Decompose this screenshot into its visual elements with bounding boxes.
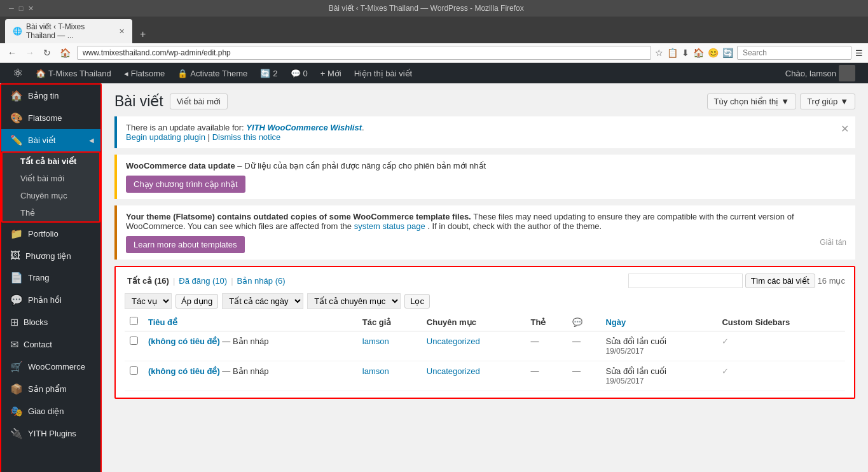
sidebar-item-appearance[interactable]: 🎭 Giao diện [1, 400, 100, 422]
template-notice-text: Your theme (Flatsome) contains outdated … [126, 212, 846, 231]
sidebar-products-label: Sản phẩm [28, 384, 67, 394]
minimize-icon[interactable]: ─ [9, 4, 14, 13]
submenu-new-post[interactable]: Viết bài mới [3, 170, 99, 187]
sidebar-item-comments[interactable]: 💬 Phản hồi [1, 289, 100, 311]
dismiss-template-link[interactable]: Giải tán [820, 238, 846, 247]
home-icon2[interactable]: 🏠 [693, 48, 704, 58]
maximize-icon[interactable]: □ [19, 4, 24, 13]
sidebar-item-posts[interactable]: ✏️ Bài viết ◀ [1, 129, 100, 151]
row1-author-link[interactable]: lamson [362, 337, 389, 346]
new-post-button[interactable]: Viết bài mới [170, 94, 228, 109]
filter-all-tab[interactable]: Tất cả (16) [125, 276, 172, 286]
row2-sidebars: ✓ [717, 361, 845, 391]
title-sort-link[interactable]: Tiêu đề [148, 317, 177, 327]
row2-title: (không có tiêu đề) — Bản nháp [143, 361, 357, 391]
pages-icon: 📄 [10, 272, 23, 284]
activate-theme-item[interactable]: 🔒 Activate Theme [171, 63, 254, 83]
row2-author-link[interactable]: lamson [362, 366, 389, 376]
submenu-categories[interactable]: Chuyên mục [3, 187, 99, 204]
row1-category-link[interactable]: Uncategorized [427, 337, 480, 346]
apply-button[interactable]: Áp dụng [176, 294, 218, 309]
filter-button[interactable]: Lọc [404, 294, 430, 309]
date-sort-link[interactable]: Ngày [605, 317, 626, 327]
filter-published-tab[interactable]: Đã đăng (10) [176, 276, 230, 286]
category-filter-select[interactable]: Tất cả chuyên mục [307, 293, 401, 309]
download-icon[interactable]: ⬇ [682, 48, 689, 58]
flatsome-item[interactable]: ◂ Flatsome [118, 63, 171, 83]
menu-icon[interactable]: ☰ [855, 48, 863, 58]
close-icon[interactable]: ✕ [28, 4, 34, 13]
tab-close-button[interactable]: ✕ [119, 27, 125, 36]
filter-draft-count: (6) [275, 276, 286, 286]
col-date-header[interactable]: Ngày [600, 313, 717, 331]
browser-search-input[interactable] [737, 46, 851, 60]
row2-status: — Bản nháp [222, 366, 268, 376]
avatar-icon[interactable]: 😊 [708, 48, 719, 58]
row2-status-text: Bản nháp [233, 366, 268, 376]
learn-more-templates-button[interactable]: Learn more about templates [126, 236, 245, 253]
col-title-header[interactable]: Tiêu đề [143, 313, 357, 331]
refresh-button[interactable]: ↻ [41, 46, 53, 59]
home-button[interactable]: 🏠 [57, 46, 73, 59]
sidebar-item-woocommerce[interactable]: 🛒 WooCommerce [1, 356, 100, 378]
bookmark-icon[interactable]: ☆ [655, 48, 663, 58]
run-update-button[interactable]: Chạy chương trình cập nhật [126, 176, 245, 193]
bulk-action-select[interactable]: Tác vụ [125, 293, 172, 309]
contact-icon: ✉ [10, 338, 18, 351]
date-filter-select[interactable]: Tất cả các ngày [222, 293, 303, 309]
sidebar-item-products[interactable]: 📦 Sản phẩm [1, 378, 100, 400]
sidebar-item-blocks[interactable]: ⊞ Blocks [1, 311, 100, 333]
system-status-link[interactable]: system status page [354, 221, 425, 231]
new-tab-button[interactable]: + [134, 25, 152, 43]
view-posts-label: Hiện thị bài viết [354, 69, 413, 78]
sidebar-item-media[interactable]: 🖼 Phương tiện [1, 245, 100, 267]
filter-published-count: (10) [212, 276, 227, 286]
updates-item[interactable]: 🔄 2 [254, 63, 284, 83]
row1-date-value: 19/05/2017 [605, 347, 644, 356]
sidebar-media-label: Phương tiện [25, 251, 71, 261]
new-item[interactable]: + Mới [314, 63, 348, 83]
sidebar-item-portfolio[interactable]: 📁 Portfolio [1, 223, 100, 245]
products-icon: 📦 [10, 383, 23, 395]
dismiss-plugin-notice-button[interactable]: ✕ [841, 123, 849, 135]
back-button[interactable]: ← [5, 46, 19, 59]
filter-draft-tab[interactable]: Bản nháp (6) [235, 276, 288, 286]
row2-category-link[interactable]: Uncategorized [427, 366, 480, 376]
posts-collapse-icon: ◀ [89, 137, 94, 144]
wp-logo-item[interactable]: ⚛ [6, 63, 29, 83]
pocket-icon[interactable]: 📋 [667, 48, 678, 58]
woo-update-text: WooCommerce data update – Dữ liệu của bạ… [126, 161, 846, 170]
sidebar-item-pages[interactable]: 📄 Trang [1, 267, 100, 289]
row1-date-label: Sửa đổi lần cuối [605, 337, 666, 346]
sidebar-item-yith[interactable]: 🔌 YITH Plugins [1, 422, 100, 445]
submenu-tags[interactable]: Thẻ [3, 204, 99, 221]
comments-item[interactable]: 💬 0 [284, 63, 314, 83]
begin-updating-link[interactable]: Begin updating plugin [126, 132, 205, 142]
sync-icon[interactable]: 🔄 [722, 48, 733, 58]
row2-title-link[interactable]: (không có tiêu đề) [148, 366, 220, 376]
url-bar[interactable] [77, 46, 651, 60]
browser-chrome: ─ □ ✕ Bài viết ‹ T-Mixes Thailand — Word… [0, 0, 868, 63]
browser-window-controls[interactable]: ─ □ ✕ [4, 4, 39, 13]
submenu-all-posts[interactable]: Tất cả bài viết [3, 153, 99, 170]
row1-title-link[interactable]: (không có tiêu đề) [148, 337, 220, 346]
plugin-link[interactable]: YITH WooCommerce Wishlist [246, 123, 362, 132]
woo-update-desc: – Dữ liệu của bạn cần phải được nâng cấp… [237, 161, 486, 170]
active-tab[interactable]: 🌐 Bài viết ‹ T-Mixes Thailand — ... ✕ [5, 19, 132, 43]
site-name-item[interactable]: 🏠 T-Mixes Thailand [29, 63, 118, 83]
dismiss-notice-link[interactable]: Dismiss this notice [212, 132, 281, 142]
help-button[interactable]: Trợ giúp ▼ [800, 94, 855, 109]
greeting-item[interactable]: Chào, lamson [779, 63, 862, 83]
row2-select-checkbox[interactable] [130, 366, 138, 375]
search-posts-input[interactable] [628, 274, 743, 288]
notice1-prefix: There is an update available for: [126, 123, 246, 132]
sidebar-item-flatsome[interactable]: 🎨 Flatsome [1, 107, 100, 129]
forward-button[interactable]: → [23, 46, 37, 59]
view-posts-item[interactable]: Hiện thị bài viết [348, 63, 419, 83]
row1-select-checkbox[interactable] [130, 337, 138, 345]
select-all-checkbox[interactable] [130, 317, 138, 325]
sidebar-item-contact[interactable]: ✉ Contact [1, 333, 100, 356]
sidebar-item-dashboard[interactable]: 🏠 Bảng tin [1, 85, 100, 107]
display-options-button[interactable]: Tùy chọn hiển thị ▼ [707, 94, 797, 109]
search-posts-button[interactable]: Tìm các bài viết [745, 274, 815, 288]
